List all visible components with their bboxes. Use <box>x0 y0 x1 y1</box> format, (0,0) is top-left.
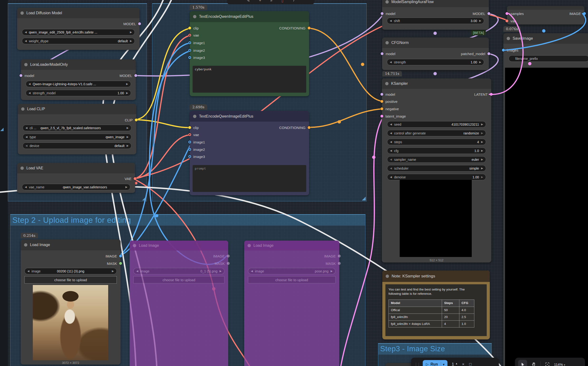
chevron-up-icon[interactable]: ▴ <box>456 362 457 365</box>
combo-right-arrow-icon[interactable]: ▶ <box>481 158 483 161</box>
selection-toolbar[interactable]: ✎ + » ▯ ? <box>227 0 314 4</box>
combo-right-arrow-icon[interactable]: ▶ <box>481 149 483 152</box>
node-ksampler[interactable]: KSampler model LATENT positive negative … <box>382 78 491 262</box>
input-port-clip[interactable] <box>188 126 191 129</box>
input-port-vae[interactable] <box>188 133 191 136</box>
combo-left-arrow-icon[interactable]: ◀ <box>25 127 27 129</box>
input-port-image2[interactable] <box>188 148 191 151</box>
combo-left-arrow-icon[interactable]: ◀ <box>25 31 27 33</box>
combo-right-arrow-icon[interactable]: ▶ <box>126 92 128 94</box>
link-dot[interactable] <box>542 29 545 32</box>
input-port-model[interactable] <box>381 12 384 15</box>
input-port-image3[interactable] <box>188 56 191 59</box>
link-dot[interactable] <box>433 31 437 35</box>
add-icon[interactable]: + <box>259 0 261 3</box>
choose-file-button[interactable]: choose file to upload <box>24 276 117 284</box>
combo-left-arrow-icon[interactable]: ◀ <box>390 132 392 134</box>
node-header[interactable]: Load Image <box>21 239 121 250</box>
node-load-image-2-bypassed[interactable]: Load Image IMAGE MASK ◀ image 0_1 (5).pn… <box>130 241 228 366</box>
fit-view-button[interactable] <box>543 360 552 366</box>
combo-right-arrow-icon[interactable]: ▶ <box>125 186 127 188</box>
combo-right-arrow-icon[interactable]: ▶ <box>130 40 132 42</box>
node-header[interactable] <box>507 6 584 10</box>
output-port-model[interactable] <box>134 74 137 77</box>
combo-right-arrow-icon[interactable]: ▶ <box>127 136 129 138</box>
collapse-icon[interactable]: » <box>270 0 273 3</box>
chevron-down-icon[interactable]: ▾ <box>443 363 445 366</box>
queue-panel-icon[interactable]: □ <box>469 362 471 366</box>
output-port-clip[interactable] <box>135 119 138 121</box>
node-load-image-3-bypassed[interactable]: Load Image IMAGE MASK ◀ image pose.png ▶… <box>244 241 339 366</box>
combo-right-arrow-icon[interactable]: ▶ <box>127 127 129 129</box>
widget-cfg[interactable]: ◀ cfg 1.0 ▶ <box>387 147 486 154</box>
widget-clip-device[interactable]: ◀ device default ▶ <box>23 143 132 149</box>
combo-right-arrow-icon[interactable]: ▶ <box>481 176 483 178</box>
combo-left-arrow-icon[interactable]: ◀ <box>25 40 27 42</box>
widget-denoise[interactable]: ◀ denoise 1.00 ▶ <box>387 174 486 180</box>
node-load-image-1[interactable]: Load Image IMAGE MASK ◀ image 00200 (11)… <box>21 239 121 365</box>
input-port-latent-image[interactable] <box>380 115 383 118</box>
input-port-image1[interactable] <box>188 141 191 144</box>
output-port-conditioning[interactable] <box>308 126 311 129</box>
select-tool-button[interactable] <box>518 360 527 366</box>
combo-left-arrow-icon[interactable]: ◀ <box>136 270 138 272</box>
node-header[interactable]: Save Image <box>503 33 588 44</box>
input-port-image2[interactable] <box>188 49 191 52</box>
output-port-model[interactable] <box>487 12 490 15</box>
combo-left-arrow-icon[interactable]: ◀ <box>390 176 392 178</box>
widget-seed[interactable]: ◀ seed 410170390123211 ▶ <box>387 121 486 128</box>
node-model-sampling[interactable]: ModelSamplingAuraFlow model MODEL ◀ shif… <box>382 0 489 30</box>
widget-strength[interactable]: ◀ strength 1.00 ▶ <box>387 59 484 65</box>
combo-left-arrow-icon[interactable]: ◀ <box>251 270 253 272</box>
widget-vae-name[interactable]: ◀ vae_name qwen_image_vae.safetensors ▶ <box>22 184 130 190</box>
node-header[interactable]: TextEncodeQwenImageEditPlus <box>190 11 309 22</box>
combo-left-arrow-icon[interactable]: ◀ <box>29 83 31 85</box>
choose-file-button[interactable]: choose file to upload <box>248 276 336 283</box>
combo-left-arrow-icon[interactable]: ◀ <box>390 149 392 152</box>
combo-left-arrow-icon[interactable]: ◀ <box>390 158 392 161</box>
widget-shift[interactable]: ◀ shift 3.00 ▶ <box>387 18 484 24</box>
combo-right-arrow-icon[interactable]: ▶ <box>127 145 129 147</box>
input-port-image3[interactable] <box>188 155 191 158</box>
widget-image-file[interactable]: ◀ image pose.png ▶ <box>248 268 336 274</box>
input-port-vae[interactable] <box>505 19 508 22</box>
node-graph-canvas[interactable]: Step 2 - Upload image for editing Step3 … <box>0 0 588 366</box>
delete-icon[interactable]: ▯ <box>281 0 283 3</box>
widget-clip-name[interactable]: ◀ cli ... qwen_2.5_vl_7b_fp8_scaled.safe… <box>23 125 132 131</box>
input-port-model[interactable] <box>380 93 383 96</box>
link-dot[interactable] <box>433 72 437 75</box>
output-port-patched-model[interactable] <box>487 52 490 55</box>
node-header[interactable]: Load CLIP <box>18 104 136 114</box>
node-header[interactable]: Load Image <box>130 241 228 251</box>
combo-right-arrow-icon[interactable]: ▶ <box>479 61 481 63</box>
edit-icon[interactable]: ✎ <box>247 0 250 3</box>
widget-clip-type[interactable]: ◀ type qwen_image ▶ <box>23 134 132 140</box>
output-port-vae[interactable] <box>134 177 136 180</box>
combo-right-arrow-icon[interactable]: ▶ <box>481 132 483 134</box>
group-resize-handle[interactable] <box>0 128 4 131</box>
combo-right-arrow-icon[interactable]: ▶ <box>220 270 222 272</box>
prompt-textarea[interactable]: cyberpunk <box>193 66 306 93</box>
node-header[interactable]: ModelSamplingAuraFlow <box>382 0 489 7</box>
combo-left-arrow-icon[interactable]: ◀ <box>390 19 392 22</box>
node-header[interactable]: KSampler <box>382 78 491 89</box>
widget-weight-dtype[interactable]: ◀ weight_dtype default ▶ <box>22 38 135 44</box>
pan-tool-button[interactable] <box>529 360 538 366</box>
node-load-vae[interactable]: Load VAE VAE ◀ vae_name qwen_image_vae.s… <box>17 163 135 193</box>
combo-left-arrow-icon[interactable]: ◀ <box>25 145 27 147</box>
input-port-samples[interactable] <box>505 12 508 15</box>
node-vae-decode[interactable]: samples IMAGE vae <box>507 6 584 24</box>
input-port-images[interactable] <box>502 49 505 52</box>
queue-toolbar[interactable]: ⋮⋮ ▷ Run ▾ 1 ▴ × □ <box>411 358 499 366</box>
drag-handle-icon[interactable]: ⋮⋮ <box>414 362 420 366</box>
combo-left-arrow-icon[interactable]: ◀ <box>29 92 31 94</box>
combo-right-arrow-icon[interactable]: ▶ <box>126 83 128 85</box>
widget-lora-name[interactable]: ◀ Qwen-Image-Lightning-4steps-V1.0.safe … <box>26 81 131 87</box>
input-port-model[interactable] <box>19 74 22 77</box>
zoom-level[interactable]: 114% ▾ <box>554 362 565 366</box>
output-port-image[interactable] <box>227 255 230 258</box>
combo-left-arrow-icon[interactable]: ◀ <box>25 136 27 138</box>
node-cfgnorm[interactable]: CFGNorm model patched_model ◀ strength 1… <box>382 38 489 70</box>
node-header[interactable]: TextEncodeQwenImageEditPlus <box>190 111 309 122</box>
run-button[interactable]: ▷ Run ▾ <box>423 360 447 366</box>
